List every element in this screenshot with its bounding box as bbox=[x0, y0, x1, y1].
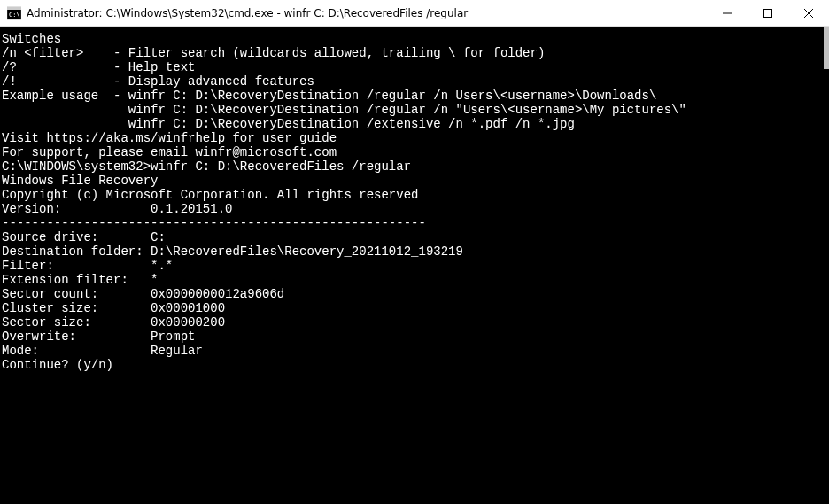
terminal-line: winfr C: D:\RecoveryDestination /regular… bbox=[2, 103, 829, 117]
terminal-prompt: Continue? (y/n) bbox=[2, 358, 829, 372]
terminal-line: Example usage - winfr C: D:\RecoveryDest… bbox=[2, 89, 829, 103]
terminal-line: C:\WINDOWS\system32>winfr C: D:\Recovere… bbox=[2, 159, 829, 174]
terminal-line: Sector size: 0x00000200 bbox=[2, 315, 829, 330]
cmd-icon: C:\ bbox=[7, 6, 21, 20]
terminal-line: Switches bbox=[2, 32, 829, 46]
window-title: Administrator: C:\Windows\System32\cmd.e… bbox=[27, 7, 707, 19]
terminal-line: Extension filter: * bbox=[2, 273, 829, 287]
terminal-line: For support, please email winfr@microsof… bbox=[2, 145, 829, 159]
terminal-line: Mode: Regular bbox=[2, 344, 829, 358]
terminal-line: Source drive: C: bbox=[2, 230, 829, 244]
terminal-line: /! - Display advanced features bbox=[2, 74, 829, 89]
minimize-button[interactable] bbox=[707, 0, 748, 26]
svg-rect-1 bbox=[7, 7, 21, 10]
terminal-line: Destination folder: D:\RecoveredFiles\Re… bbox=[2, 244, 829, 259]
window-controls bbox=[707, 0, 829, 26]
scrollbar-thumb[interactable] bbox=[824, 27, 829, 69]
terminal-line: ----------------------------------------… bbox=[2, 216, 829, 230]
terminal-line: Filter: *.* bbox=[2, 259, 829, 273]
terminal-line: Windows File Recovery bbox=[2, 174, 829, 188]
scrollbar-track[interactable] bbox=[824, 27, 829, 504]
terminal-line: /? - Help text bbox=[2, 60, 829, 74]
terminal-output[interactable]: Switches/n <filter> - Filter search (wil… bbox=[0, 27, 829, 504]
terminal-line: Copyright (c) Microsoft Corporation. All… bbox=[2, 188, 829, 202]
terminal-line: Visit https://aka.ms/winfrhelp for user … bbox=[2, 131, 829, 145]
terminal-line: Overwrite: Prompt bbox=[2, 330, 829, 344]
terminal-line: winfr C: D:\RecoveryDestination /extensi… bbox=[2, 117, 829, 131]
svg-text:C:\: C:\ bbox=[9, 12, 20, 19]
terminal-line: Cluster size: 0x00001000 bbox=[2, 301, 829, 315]
terminal-line: /n <filter> - Filter search (wildcards a… bbox=[2, 46, 829, 60]
svg-rect-4 bbox=[764, 9, 772, 17]
terminal-line: Sector count: 0x0000000012a9606d bbox=[2, 287, 829, 301]
maximize-button[interactable] bbox=[748, 0, 788, 26]
close-button[interactable] bbox=[788, 0, 829, 26]
title-bar: C:\ Administrator: C:\Windows\System32\c… bbox=[0, 0, 829, 27]
terminal-line: Version: 0.1.20151.0 bbox=[2, 202, 829, 216]
